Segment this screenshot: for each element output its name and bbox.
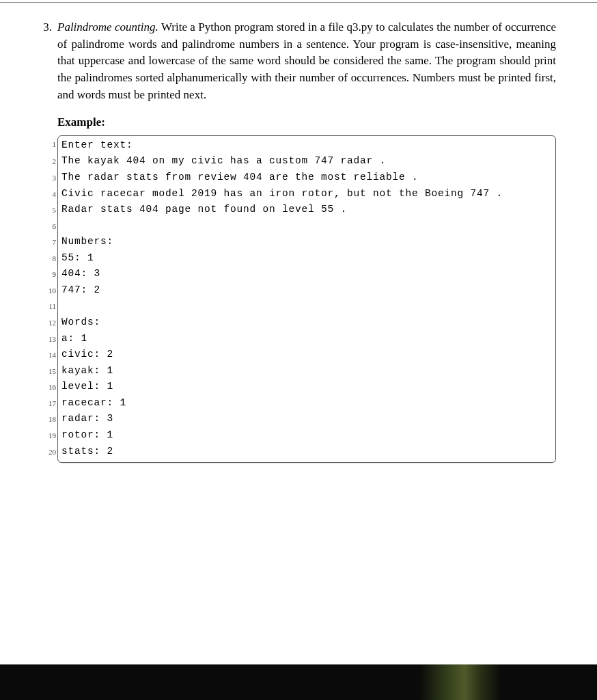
code-line: 16level: 1 [58,379,555,395]
code-line: 17racecar: 1 [58,395,555,412]
footer-accent [419,664,501,700]
line-number: 5 [41,202,56,216]
problem-number: 3. [41,19,52,36]
code-text [56,298,555,314]
code-text: Numbers: [56,234,555,250]
code-line: 14civic: 2 [58,347,555,363]
code-text: Words: [56,314,555,331]
code-text: racecar: 1 [56,395,555,412]
line-number: 14 [41,347,56,361]
code-text: kayak: 1 [56,363,555,379]
code-listing: 1Enter text: 2The kayak 404 on my civic … [40,135,556,463]
line-number: 17 [41,395,56,409]
code-line: 9404: 3 [58,266,555,282]
code-text: Enter text: [56,136,555,154]
code-text: Radar stats 404 page not found on level … [56,202,555,218]
code-line: 855: 1 [58,250,555,267]
code-text: 404: 3 [56,266,555,282]
code-line: 2The kayak 404 on my civic has a custom … [58,153,555,170]
code-text: radar: 3 [56,411,555,427]
line-number: 6 [41,218,56,232]
code-line: 19rotor: 1 [58,427,555,444]
code-line: 13a: 1 [58,331,555,347]
code-text: level: 1 [56,379,555,395]
code-line: 5Radar stats 404 page not found on level… [58,202,555,218]
line-number: 2 [41,153,56,167]
problem-description: Palindrome counting. Write a Python prog… [57,19,556,103]
code-line: 20stats: 2 [58,444,555,463]
code-text: Civic racecar model 2019 has an iron rot… [56,186,555,202]
line-number: 3 [41,170,56,184]
code-text [56,218,555,234]
line-number: 16 [41,379,56,393]
page-top-rule [0,2,597,3]
code-text: civic: 2 [56,347,555,363]
code-line: 3The radar stats from review 404 are the… [58,170,555,186]
line-number: 11 [41,298,56,312]
code-text: The radar stats from review 404 are the … [56,170,555,186]
line-number: 20 [41,444,56,458]
line-number: 8 [41,250,56,265]
line-number: 10 [41,282,56,297]
line-number: 12 [41,314,56,329]
code-line: 10747: 2 [58,282,555,299]
code-text: 55: 1 [56,250,555,267]
code-text: rotor: 1 [56,427,555,444]
code-text: The kayak 404 on my civic has a custom 7… [56,153,555,170]
problem-block: 3. Palindrome counting. Write a Python p… [41,19,556,463]
code-line: 4Civic racecar model 2019 has an iron ro… [58,186,555,202]
line-number: 18 [41,411,56,425]
line-number: 4 [41,186,56,200]
line-number: 7 [41,234,56,248]
footer-band [0,664,597,700]
code-text: a: 1 [56,331,555,347]
code-line: 7Numbers: [58,234,555,250]
code-line: 15kayak: 1 [58,363,555,379]
problem-title: Palindrome counting. [57,21,158,33]
line-number: 15 [41,363,56,377]
code-line: 6 [58,218,555,234]
code-text: stats: 2 [56,444,555,463]
code-box: 1Enter text: 2The kayak 404 on my civic … [57,135,556,463]
line-number: 19 [41,427,56,442]
code-line: 1Enter text: [58,136,555,154]
line-number: 1 [41,136,56,150]
line-number: 9 [41,266,56,280]
page-content: 3. Palindrome counting. Write a Python p… [0,0,597,463]
problem-body: Palindrome counting. Write a Python prog… [57,19,556,463]
code-line: 12Words: [58,314,555,331]
code-text: 747: 2 [56,282,555,299]
code-line: 18radar: 3 [58,411,555,427]
line-number: 13 [41,331,56,345]
code-line: 11 [58,298,555,314]
example-label: Example: [57,114,556,131]
